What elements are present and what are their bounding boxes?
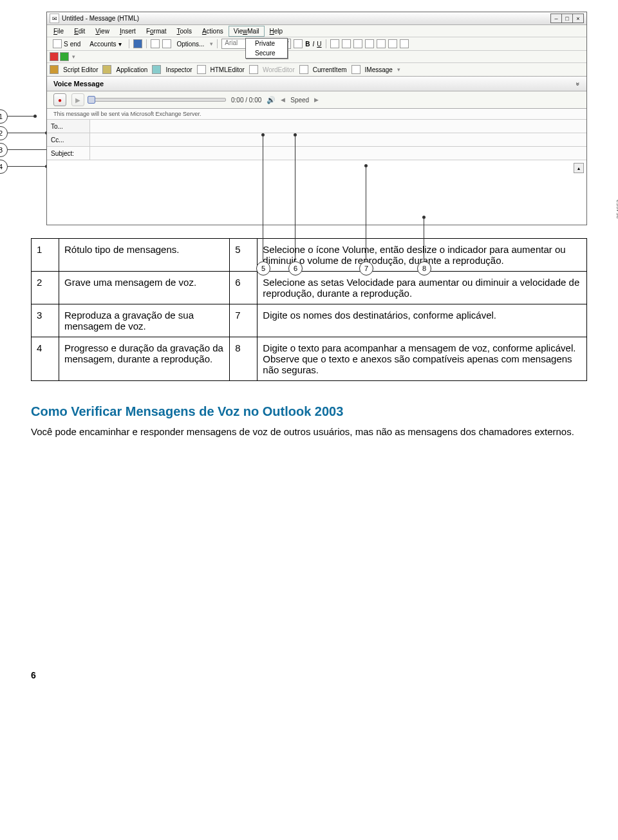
speed-down-icon[interactable]: ◀ bbox=[281, 97, 285, 103]
to-row: To... bbox=[47, 120, 586, 133]
progress-track[interactable] bbox=[89, 98, 226, 102]
menu-viewmail[interactable]: ViewMail bbox=[229, 26, 265, 37]
legend-text: Progresso e duração da gravação da mensa… bbox=[59, 337, 230, 381]
imessage-icon bbox=[351, 65, 360, 74]
section-heading: Como Verificar Mensagens de Voz no Outlo… bbox=[31, 404, 587, 419]
voice-message-header[interactable]: Voice Message » bbox=[47, 77, 586, 91]
cc-input[interactable] bbox=[90, 133, 586, 146]
callout-7-label: 7 bbox=[364, 265, 368, 272]
scroll-up-button[interactable]: ▴ bbox=[574, 163, 584, 173]
menu-edit[interactable]: Edit bbox=[69, 26, 90, 37]
accounts-button[interactable]: Accounts ▾ bbox=[86, 39, 124, 49]
align-left-icon[interactable] bbox=[330, 39, 339, 48]
volume-icon[interactable]: 🔊 bbox=[267, 96, 276, 104]
dropdown-private[interactable]: Private bbox=[246, 39, 287, 48]
legend-num: 6 bbox=[230, 272, 258, 304]
menu-tools[interactable]: Tools bbox=[172, 26, 197, 37]
legend-num: 1 bbox=[32, 239, 59, 272]
callout-7: 7 bbox=[359, 261, 373, 275]
attach-icon[interactable] bbox=[162, 39, 171, 48]
outlook-window: ✉ Untitled - Message (HTML) – □ × File E… bbox=[46, 12, 587, 225]
menu-file[interactable]: File bbox=[48, 26, 69, 37]
underline-button[interactable]: U bbox=[317, 41, 321, 48]
imessage-button[interactable]: IMessage bbox=[362, 66, 395, 74]
application-button[interactable]: Application bbox=[113, 66, 150, 74]
legend-text: Digite os nomes dos destinatários, confo… bbox=[258, 304, 587, 337]
subject-input[interactable] bbox=[89, 147, 586, 160]
legend-table: 1 Rótulo tipo de mensagens. 5 Selecione … bbox=[31, 238, 587, 381]
toolbar-flags: ▾ bbox=[47, 51, 586, 63]
menu-help[interactable]: Help bbox=[265, 26, 288, 37]
legend-num: 3 bbox=[32, 304, 59, 337]
send-button[interactable]: Send bbox=[50, 38, 84, 50]
toolbar-dev: Script Editor Application Inspector HTML… bbox=[47, 63, 586, 77]
fontcolor-icon[interactable] bbox=[294, 39, 303, 48]
message-body[interactable]: ▴ bbox=[47, 160, 586, 225]
options-button[interactable]: Options... bbox=[174, 39, 208, 49]
cc-label: Cc... bbox=[51, 136, 64, 144]
cc-row: Cc... bbox=[47, 133, 586, 147]
callout-2-label: 2 bbox=[0, 129, 3, 137]
htmleditor-icon bbox=[197, 65, 206, 74]
dropdown-secure[interactable]: Secure bbox=[246, 48, 287, 58]
callout-3-label: 3 bbox=[0, 146, 3, 154]
align-center-icon[interactable] bbox=[342, 39, 351, 48]
callout-6: 6 bbox=[288, 261, 303, 275]
script-editor-button[interactable]: Script Editor bbox=[61, 66, 100, 74]
legend-num: 5 bbox=[230, 239, 258, 272]
application-icon bbox=[102, 65, 111, 74]
player-bar: ● ▶ 0:00 / 0:00 🔊 ◀ Speed ▶ bbox=[47, 91, 586, 109]
wordeditor-button[interactable]: WordEditor bbox=[260, 66, 297, 74]
callout-5: 5 bbox=[256, 261, 270, 275]
minimize-button[interactable]: – bbox=[550, 14, 562, 23]
play-button[interactable]: ▶ bbox=[71, 93, 84, 106]
indent-icon[interactable] bbox=[400, 39, 409, 48]
currentitem-icon bbox=[299, 65, 308, 74]
htmleditor-button[interactable]: HTMLEditor bbox=[208, 66, 247, 74]
screenshot-figure: 9 1 2 3 4 ✉ Untitled - Message (HTML) – … bbox=[0, 12, 618, 232]
cut-icon[interactable] bbox=[151, 39, 160, 48]
bold-button[interactable]: B bbox=[305, 41, 310, 48]
flag-green-icon[interactable] bbox=[60, 52, 69, 61]
maximize-button[interactable]: □ bbox=[561, 14, 573, 23]
script-editor-icon bbox=[50, 65, 59, 74]
inspector-button[interactable]: Inspector bbox=[163, 66, 194, 74]
italic-button[interactable]: I bbox=[313, 41, 315, 48]
to-button[interactable]: To... bbox=[47, 120, 90, 133]
inspector-icon bbox=[152, 65, 161, 74]
menu-actions[interactable]: Actions bbox=[197, 26, 229, 37]
flag-red-icon[interactable] bbox=[50, 52, 59, 61]
section-paragraph: Você pode encaminhar e responder mensage… bbox=[31, 425, 587, 438]
window-icon: ✉ bbox=[50, 14, 59, 23]
legend-text: Digite o texto para acompanhar a mensage… bbox=[258, 337, 587, 381]
cc-button[interactable]: Cc... bbox=[47, 133, 90, 146]
titlebar: ✉ Untitled - Message (HTML) – □ × bbox=[47, 12, 586, 25]
callout-2: 2 bbox=[0, 126, 8, 140]
font-value: Arial bbox=[225, 39, 238, 46]
list-number-icon[interactable] bbox=[377, 39, 386, 48]
to-input[interactable] bbox=[90, 120, 586, 133]
menu-insert[interactable]: Insert bbox=[115, 26, 141, 37]
callout-6-line bbox=[295, 135, 295, 261]
image-number: 254953 bbox=[615, 200, 618, 219]
subject-label: Subject: bbox=[47, 147, 89, 160]
close-button[interactable]: × bbox=[572, 14, 584, 23]
callout-7-line bbox=[366, 166, 366, 261]
save-icon[interactable] bbox=[133, 39, 142, 48]
legend-num: 2 bbox=[32, 272, 59, 304]
callout-1-label: 1 bbox=[0, 113, 3, 120]
menu-view[interactable]: View bbox=[90, 26, 115, 37]
to-label: To... bbox=[51, 123, 63, 130]
outdent-icon[interactable] bbox=[388, 39, 397, 48]
currentitem-button[interactable]: CurrentItem bbox=[310, 66, 350, 74]
progress-thumb[interactable] bbox=[88, 96, 95, 104]
callout-5-line bbox=[263, 135, 263, 261]
align-right-icon[interactable] bbox=[353, 39, 362, 48]
callout-8-line bbox=[424, 218, 424, 261]
record-button[interactable]: ● bbox=[53, 93, 66, 106]
legend-num: 7 bbox=[230, 304, 258, 337]
list-bullet-icon[interactable] bbox=[365, 39, 374, 48]
menu-format[interactable]: Format bbox=[141, 26, 172, 37]
speed-up-icon[interactable]: ▶ bbox=[314, 97, 319, 103]
callout-1-line bbox=[8, 116, 35, 117]
